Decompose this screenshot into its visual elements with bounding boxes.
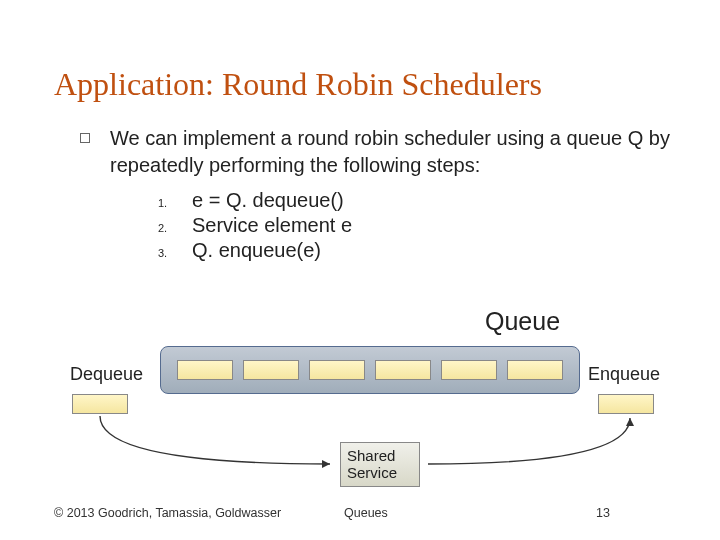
step-text: e = Q. dequeue() [192,189,344,212]
step-2: 2. Service element e [158,214,670,237]
slide-title: Application: Round Robin Schedulers [54,66,690,103]
arrow-from-service [428,418,630,464]
steps-list: 1. e = Q. dequeue() 2. Service element e… [158,189,670,262]
step-3: 3. Q. enqueue(e) [158,239,670,262]
step-number: 2. [158,222,192,234]
footer-topic: Queues [344,506,388,520]
step-number: 1. [158,197,192,209]
slide-container: Application: Round Robin Schedulers We c… [0,0,720,540]
content-body: We can implement a round robin scheduler… [80,125,670,262]
bullet-icon [80,133,90,143]
bullet-intro: We can implement a round robin scheduler… [80,125,670,179]
flow-arrows [70,346,660,496]
arrow-to-service [100,416,330,464]
step-text: Q. enqueue(e) [192,239,321,262]
intro-text: We can implement a round robin scheduler… [110,125,670,179]
queue-label: Queue [485,307,560,336]
page-number: 13 [596,506,610,520]
round-robin-diagram: Dequeue Enqueue Shared Service [70,346,660,486]
step-text: Service element e [192,214,352,237]
step-number: 3. [158,247,192,259]
copyright-text: © 2013 Goodrich, Tamassia, Goldwasser [54,506,281,520]
slide-footer: © 2013 Goodrich, Tamassia, Goldwasser Qu… [54,506,680,520]
step-1: 1. e = Q. dequeue() [158,189,670,212]
